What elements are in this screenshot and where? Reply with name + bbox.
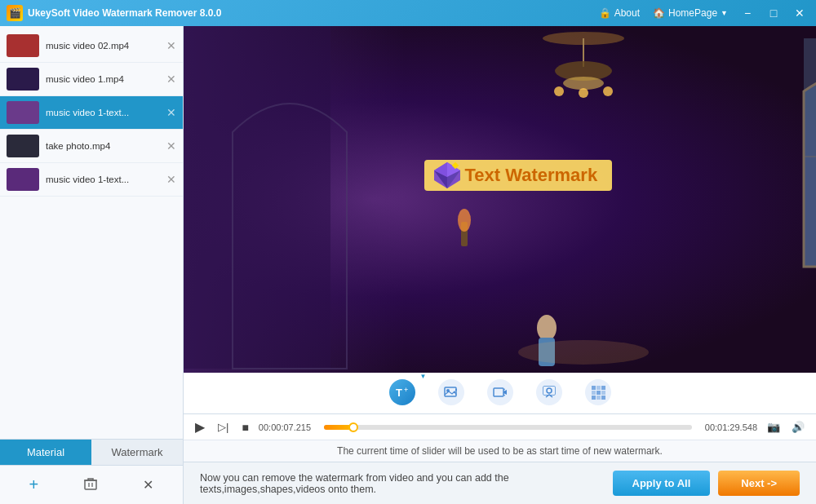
svg-point-2	[543, 32, 624, 45]
gem-icon	[432, 161, 462, 190]
home-icon: 🏠	[653, 7, 665, 19]
file-list: music video 02.mp4 ✕ music video 1.mp4 ✕…	[0, 26, 183, 439]
svg-rect-34	[596, 386, 601, 390]
right-panel: Text Watermark T +	[184, 26, 816, 504]
watermark-tools: T +	[184, 373, 816, 414]
time-hint-text: The current time of slider will be used …	[337, 445, 663, 457]
svg-point-16	[518, 340, 649, 365]
file-thumbnail	[7, 68, 39, 91]
time-hint-bar: The current time of slider will be used …	[184, 440, 816, 462]
sidebar-toolbar: + ✕	[0, 465, 183, 504]
svg-rect-9	[461, 222, 468, 246]
nav-items: 🔒 About 🏠 HomePage ▼	[599, 7, 728, 19]
svg-point-10	[458, 209, 471, 232]
dropdown-icon: ▼	[721, 9, 728, 17]
video-controls: ▶ ▷| ■ 00:00:07.215 00:01:29.548 📷 🔊	[184, 414, 816, 440]
homepage-label: HomePage	[668, 7, 717, 19]
play-button[interactable]: ▶	[192, 418, 208, 436]
add-file-button[interactable]: +	[23, 472, 46, 497]
clear-list-button[interactable]: ✕	[136, 474, 160, 496]
volume-button[interactable]: 🔊	[788, 419, 808, 435]
add-video-tool[interactable]	[479, 376, 521, 410]
apply-to-all-button[interactable]: Apply to All	[613, 471, 711, 496]
minimize-button[interactable]: −	[738, 5, 757, 21]
next-button[interactable]: Next ->	[718, 471, 800, 496]
right-controls: 📷 🔊	[764, 419, 808, 435]
svg-text:+: +	[404, 386, 408, 394]
svg-rect-0	[85, 480, 96, 489]
time-current: 00:00:07.215	[259, 422, 317, 432]
file-name: music video 1-text...	[46, 175, 160, 184]
svg-point-14	[537, 315, 557, 341]
svg-point-6	[554, 86, 564, 96]
mosaic-tool-icon	[585, 379, 611, 405]
app-icon: 🎬	[7, 5, 23, 21]
file-name: take photo.mp4	[46, 141, 160, 151]
add-image-tool[interactable]	[430, 376, 472, 410]
list-item[interactable]: music video 02.mp4 ✕	[0, 29, 183, 63]
about-label: About	[614, 7, 640, 19]
progress-bar[interactable]	[324, 425, 692, 430]
svg-rect-39	[592, 396, 596, 400]
bottom-actions: Apply to All Next ->	[613, 471, 800, 496]
remove-file-icon[interactable]: ✕	[166, 39, 176, 52]
watermark-overlay[interactable]: Text Watermark	[424, 160, 613, 191]
svg-rect-36	[592, 391, 596, 395]
file-name: music video 1-text...	[46, 108, 160, 117]
bottom-bar: Now you can remove the watermark from vi…	[184, 462, 816, 504]
remove-file-icon[interactable]: ✕	[166, 173, 176, 186]
video-background: Text Watermark	[184, 26, 816, 373]
progress-knob[interactable]	[348, 422, 358, 432]
step-forward-button[interactable]: ▷|	[215, 419, 232, 435]
app-title: UkeySoft Video Watermark Remover 8.0.0	[28, 7, 599, 19]
remove-file-icon[interactable]: ✕	[166, 139, 176, 153]
about-nav[interactable]: 🔒 About	[599, 7, 640, 19]
cutout-tool[interactable]	[528, 376, 570, 410]
file-thumbnail	[7, 168, 39, 191]
tab-material[interactable]: Material	[0, 440, 91, 465]
titlebar: 🎬 UkeySoft Video Watermark Remover 8.0.0…	[0, 0, 816, 26]
cutout-tool-icon	[536, 379, 562, 405]
screenshot-button[interactable]: 📷	[764, 419, 783, 435]
svg-rect-38	[601, 391, 605, 395]
stop-button[interactable]: ■	[238, 419, 251, 435]
scene-decoration	[184, 26, 405, 373]
svg-point-5	[563, 77, 604, 90]
mosaic-tool[interactable]	[577, 376, 619, 410]
file-thumbnail	[7, 135, 39, 157]
list-item[interactable]: music video 1.mp4 ✕	[0, 63, 183, 96]
svg-text:T: T	[396, 387, 402, 399]
svg-rect-33	[592, 386, 596, 390]
svg-point-7	[579, 88, 588, 98]
lock-icon: 🔒	[599, 7, 611, 19]
sidebar: music video 02.mp4 ✕ music video 1.mp4 ✕…	[0, 26, 184, 504]
bottom-hint-text: Now you can remove the watermark from vi…	[200, 472, 613, 495]
svg-rect-29	[494, 388, 503, 396]
list-item[interactable]: music video 1-text... ✕	[0, 163, 183, 197]
file-name: music video 1.mp4	[46, 74, 160, 84]
svg-rect-41	[601, 396, 605, 400]
svg-point-8	[603, 86, 613, 96]
image-tool-icon	[438, 379, 464, 405]
list-item[interactable]: take photo.mp4 ✕	[0, 130, 183, 163]
video-tool-icon	[487, 379, 513, 405]
time-end: 00:01:29.548	[698, 422, 757, 432]
svg-rect-15	[539, 338, 555, 366]
remove-file-icon[interactable]: ✕	[166, 73, 176, 86]
svg-rect-37	[596, 391, 601, 395]
svg-rect-35	[601, 386, 605, 390]
delete-file-button[interactable]	[77, 473, 104, 497]
watermark-text: Text Watermark	[465, 165, 598, 186]
tabs-bar: Material Watermark	[0, 439, 183, 465]
maximize-button[interactable]: □	[764, 5, 783, 21]
homepage-nav[interactable]: 🏠 HomePage ▼	[653, 7, 728, 19]
svg-rect-11	[804, 38, 816, 267]
add-text-tool[interactable]: T +	[381, 376, 424, 410]
tab-watermark[interactable]: Watermark	[91, 440, 183, 465]
list-item[interactable]: music video 1-text... ✕	[0, 96, 183, 130]
svg-rect-40	[596, 396, 601, 400]
text-tool-icon: T +	[389, 379, 415, 405]
close-button[interactable]: ✕	[790, 5, 809, 21]
remove-file-icon[interactable]: ✕	[166, 106, 176, 119]
file-thumbnail	[7, 101, 39, 124]
